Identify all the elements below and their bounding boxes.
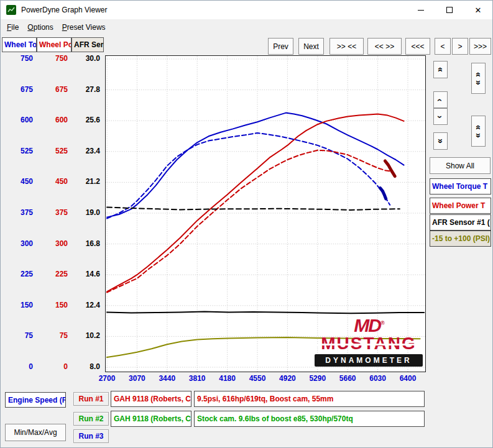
- y-axis-tick: 150: [11, 301, 33, 309]
- x-axis-tick: 5290: [303, 374, 333, 383]
- dyno-plot[interactable]: [106, 56, 425, 372]
- y-axis-tick: 375: [11, 208, 33, 217]
- run3-label[interactable]: Run #3: [73, 429, 109, 443]
- legend-wheel-torque[interactable]: Wheel Torque T: [430, 178, 491, 194]
- tab-wheel-power[interactable]: Wheel Po: [37, 37, 71, 52]
- y-axis-tick: 27.8: [76, 85, 100, 94]
- run1-description-box: 9.5psi, 616hp/619tq, Boost cam, 55mm: [194, 391, 425, 407]
- y-axis-tick: 30.0: [76, 54, 100, 63]
- series-boost-pressure: [107, 337, 420, 357]
- expand-vertical-top-button[interactable]: «»: [471, 63, 486, 94]
- maximize-button[interactable]: [435, 1, 464, 19]
- x-axis-tick: 6030: [363, 374, 393, 383]
- y-axis-tick: 75: [45, 331, 68, 340]
- y-axis-tick: 8.0: [76, 362, 100, 371]
- double-chevron-up-icon: «: [475, 125, 481, 130]
- y-axis-tick: 16.8: [76, 239, 100, 248]
- y-axis-tick: 675: [11, 85, 33, 94]
- run2-name-box: GAH 9118 (Roberts, C: [111, 411, 191, 427]
- pan-left-button[interactable]: <: [435, 38, 451, 55]
- y-axis-tick: 19.0: [76, 208, 100, 217]
- pan-left-fast-button[interactable]: <<<: [405, 38, 430, 55]
- x-axis-tick: 2700: [92, 374, 122, 383]
- x-axis-tick: 6400: [393, 374, 423, 383]
- app-icon: [6, 5, 16, 15]
- y-axis-tick: 450: [11, 177, 33, 186]
- minimize-button[interactable]: [407, 1, 435, 19]
- pan-right-fast-button[interactable]: >>>: [469, 38, 491, 55]
- x-axis-tick: 3440: [152, 374, 182, 383]
- y-axis-tick: 450: [45, 177, 68, 186]
- double-chevron-up-icon: «: [475, 72, 481, 77]
- run2-description-box: Stock cam. 9.6lbs of boost e85, 530hp/57…: [194, 411, 425, 427]
- run1-name-box: GAH 9118 (Roberts, C: [111, 391, 191, 407]
- menu-options[interactable]: Options: [23, 21, 57, 34]
- y-axis-tick: 525: [11, 147, 33, 155]
- tab-wheel-torque[interactable]: Wheel To: [2, 37, 37, 52]
- series-run-1-wheel-torque: [107, 113, 404, 217]
- y-axis-tick: 14.6: [76, 270, 100, 278]
- x-axis-tick: 4180: [213, 374, 242, 383]
- series-run-2-torque-limiter-cluster: [380, 188, 386, 199]
- y-axis-tick: 525: [45, 147, 68, 155]
- show-all-button[interactable]: Show All: [430, 157, 491, 174]
- y-axis-tick: 600: [11, 116, 33, 124]
- y-axis-tick: 23.4: [76, 147, 100, 155]
- double-chevron-down-icon: »: [475, 133, 481, 138]
- next-button[interactable]: Next: [298, 38, 324, 55]
- window-controls: ✕: [407, 1, 492, 19]
- menu-preset-views[interactable]: Preset Views: [58, 21, 110, 34]
- x-axis-tick: 4920: [272, 374, 302, 383]
- x-axis-channel-box[interactable]: Engine Speed (R: [5, 392, 66, 408]
- minimize-icon: [418, 10, 424, 11]
- chevron-down-icon: ›: [437, 115, 443, 118]
- menu-file[interactable]: File: [2, 21, 23, 34]
- double-chevron-down-icon: »: [437, 139, 443, 144]
- chart-area[interactable]: MD® MUSTANG DYNAMOMETER: [105, 55, 426, 372]
- maximize-icon: [446, 7, 453, 13]
- rpm-axis-labels: 2700307034403810418045504920529056606030…: [1, 374, 492, 384]
- scroll-up-button[interactable]: ‹: [433, 91, 448, 108]
- legend-wheel-power[interactable]: Wheel Power T: [430, 198, 491, 214]
- afr-axis-labels: 30.027.825.623.421.219.016.814.612.410.2…: [76, 54, 100, 371]
- y-axis-tick: 375: [45, 208, 68, 217]
- run1-label[interactable]: Run #1: [73, 392, 109, 406]
- legend-boost-psi[interactable]: -15 to +100 (PSI): [430, 231, 491, 247]
- titlebar[interactable]: PowerDyne Graph Viewer ✕: [1, 1, 492, 19]
- tab-afr-sensor[interactable]: AFR Sens: [71, 37, 104, 52]
- y-axis-tick: 75: [11, 331, 33, 340]
- run2-label[interactable]: Run #2: [73, 412, 109, 426]
- y-axis-tick: 300: [11, 239, 33, 248]
- y-axis-tick: 0: [45, 362, 68, 371]
- x-axis-tick: 4550: [242, 374, 272, 383]
- pan-right-button[interactable]: >: [452, 38, 468, 55]
- scroll-down-fast-button[interactable]: »: [433, 132, 448, 150]
- scroll-up-fast-button[interactable]: «: [433, 61, 448, 78]
- x-axis-tick: 3810: [182, 374, 212, 383]
- window-title: PowerDyne Graph Viewer: [21, 6, 108, 14]
- close-icon: ✕: [475, 6, 482, 14]
- y-axis-tick: 21.2: [76, 177, 100, 186]
- scroll-down-button[interactable]: ›: [433, 108, 448, 125]
- x-axis-tick: 3070: [122, 374, 152, 383]
- prev-button[interactable]: Prev: [268, 38, 293, 55]
- y-axis-tick: 25.6: [76, 116, 100, 124]
- zoom-out-horizontal-button[interactable]: << >>: [367, 38, 402, 55]
- powerdyne-window: PowerDyne Graph Viewer ✕ File Options Pr…: [0, 0, 493, 448]
- legend-afr-sensor[interactable]: AFR Sensor #1 (: [430, 214, 491, 231]
- y-axis-tick: 675: [45, 85, 68, 94]
- series-run-2-power-limiter-cluster: [385, 161, 395, 176]
- power-axis-labels: 750675600525450375300225150750: [45, 54, 68, 371]
- zoom-in-horizontal-button[interactable]: >> <<: [329, 38, 364, 55]
- y-axis-tick: 750: [11, 54, 33, 63]
- y-axis-tick: 150: [45, 301, 68, 309]
- min-max-avg-button[interactable]: Min/Max/Avg: [5, 424, 66, 441]
- x-axis-tick: 5660: [333, 374, 362, 383]
- y-axis-tick: 225: [11, 270, 33, 278]
- close-button[interactable]: ✕: [464, 1, 492, 19]
- y-axis-tick: 225: [45, 270, 68, 278]
- series-afr-run-1: [107, 312, 424, 314]
- menubar: File Options Preset Views: [1, 19, 492, 35]
- expand-vertical-bottom-button[interactable]: «»: [471, 116, 486, 147]
- y-axis-tick: 750: [45, 54, 68, 63]
